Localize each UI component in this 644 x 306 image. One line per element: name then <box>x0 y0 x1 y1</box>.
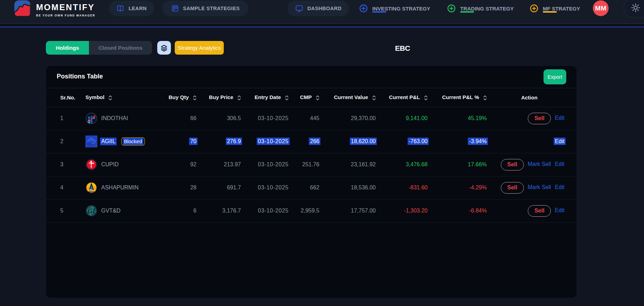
svg-text:GE: GE <box>88 207 97 215</box>
